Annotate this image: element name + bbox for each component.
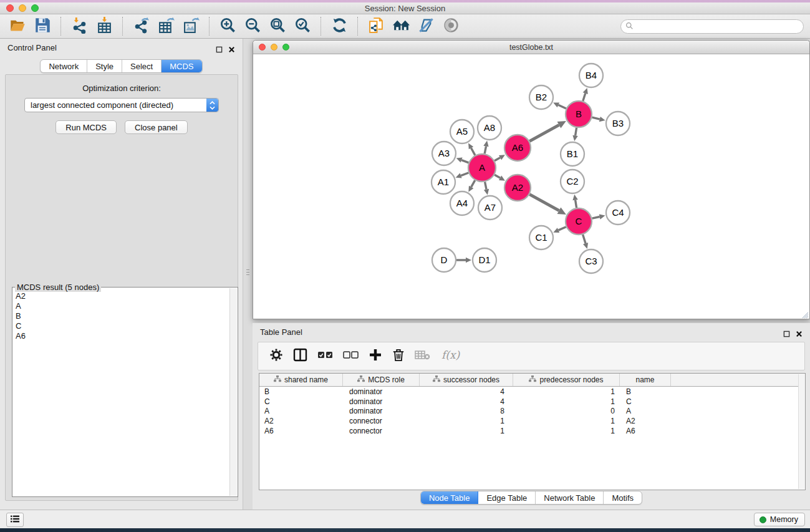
graph-node-D1[interactable]: D1 [473,248,496,272]
plus-icon [369,348,382,364]
run-mcds-button[interactable]: Run MCDS [55,120,117,134]
new-network-from-selection-button[interactable] [364,16,388,37]
network-title: testGlobe.txt [253,43,809,52]
table-settings-button[interactable] [269,348,283,364]
tab-select[interactable]: Select [122,60,162,72]
graph-node-A6[interactable]: A6 [504,135,531,161]
column-header-shared-name[interactable]: shared name [259,374,343,386]
zoom-out-icon [244,17,261,36]
result-item[interactable]: C [16,321,229,331]
graph-node-C3[interactable]: C3 [579,249,603,273]
graph-node-B3[interactable]: B3 [606,112,630,135]
graph-node-B[interactable]: B [566,101,592,127]
mcds-result-list[interactable]: A2ABCA6 [13,288,229,496]
result-item[interactable]: A2 [16,291,229,301]
memory-label: Memory [770,515,798,524]
add-column-button[interactable] [369,348,382,364]
task-history-button[interactable] [6,513,24,527]
table-row[interactable]: Adominator80A [259,407,805,417]
result-scrollbar[interactable] [229,288,237,496]
graph-node-A[interactable]: A [468,154,496,181]
result-item[interactable]: A [16,301,229,311]
svg-text:C2: C2 [566,176,578,186]
graph-node-A1[interactable]: A1 [432,170,455,194]
zoom-fit-icon [269,17,286,36]
close-panel-icon[interactable] [228,44,235,51]
float-panel-icon[interactable] [216,44,223,51]
panel-splitter[interactable] [246,265,250,279]
result-item[interactable]: A6 [16,331,229,341]
graph-node-C4[interactable]: C4 [606,201,630,225]
float-table-panel-icon[interactable] [783,329,790,336]
graph-node-B1[interactable]: B1 [561,142,584,166]
cell-shared-name: C [259,397,343,406]
graph-node-B2[interactable]: B2 [529,85,553,109]
graph-node-B4[interactable]: B4 [579,64,603,87]
zoom-out-button[interactable] [240,16,265,37]
show-details-button[interactable] [438,16,463,37]
network-canvas[interactable]: AA1A2A3A4A5A6A7A8BB1B2B3B4CC1C2C3C4DD1 [254,54,809,318]
close-table-panel-icon[interactable] [796,329,803,336]
resize-grip-icon[interactable] [801,310,809,318]
import-network-button[interactable] [67,16,92,37]
home-button[interactable] [388,16,413,37]
zoom-in-button[interactable] [215,16,240,37]
node-table[interactable]: shared nameMCDS rolesuccessor nodesprede… [259,373,806,490]
tab-mcds[interactable]: MCDS [162,60,201,72]
graph-node-A4[interactable]: A4 [450,191,474,215]
export-image-button[interactable] [178,16,203,37]
deselect-all-rows-button[interactable] [343,348,359,364]
column-header-name[interactable]: name [620,374,671,386]
net-from-sel-icon [368,17,385,36]
graph-node-A2[interactable]: A2 [504,175,531,201]
graph-node-A7[interactable]: A7 [478,196,502,220]
zoom-selected-button[interactable] [290,16,315,37]
import-table-button[interactable] [92,16,117,37]
table-row[interactable]: A6connector11A6 [259,426,805,436]
tab-network-table[interactable]: Network Table [536,491,604,504]
graph-node-C[interactable]: C [566,208,592,235]
column-header-successor-nodes[interactable]: successor nodes [420,374,513,386]
export-table-button[interactable] [153,16,178,37]
toolbar-separator [60,17,61,36]
delete-column-button[interactable] [392,348,405,364]
graph-node-C2[interactable]: C2 [561,170,584,193]
zoom-fit-button[interactable] [265,16,290,37]
table-row[interactable]: A2connector11A2 [259,416,805,426]
select-all-rows-button[interactable] [317,348,333,364]
tab-style[interactable]: Style [87,60,122,72]
hide-labels-button[interactable] [413,16,438,37]
close-panel-button[interactable]: Close panel [125,120,188,134]
refresh-button[interactable] [327,16,352,37]
search-input[interactable] [620,19,804,34]
export-network-button[interactable] [128,16,153,37]
table-row[interactable]: Bdominator41B [259,387,805,397]
optimization-criterion-select[interactable]: largest connected component (directed) [24,98,219,112]
table-panel-title: Table Panel [260,327,783,337]
tab-edge-table[interactable]: Edge Table [478,491,536,504]
show-columns-button[interactable] [293,348,307,364]
graph-node-A8[interactable]: A8 [478,116,501,140]
tab-node-table[interactable]: Node Table [421,491,479,504]
graph-node-A5[interactable]: A5 [450,120,474,143]
table-scrollbar[interactable] [798,374,805,489]
network-window-titlebar[interactable]: testGlobe.txt [253,41,809,54]
svg-text:A8: A8 [484,122,495,133]
graph-node-C1[interactable]: C1 [529,226,553,249]
table-panel: Table Panel f(x) shared nameMCDS rolesuc… [253,323,810,510]
graph-node-A3[interactable]: A3 [432,142,456,165]
save-icon [34,17,51,36]
tab-network[interactable]: Network [41,60,87,72]
open-session-button[interactable] [5,16,30,37]
result-item[interactable]: B [16,311,229,321]
svg-text:D: D [441,254,448,265]
graph-node-D[interactable]: D [432,248,456,272]
table-row[interactable]: Cdominator41C [259,397,805,407]
svg-text:A2: A2 [512,182,523,193]
column-header-predecessor-nodes[interactable]: predecessor nodes [513,374,620,386]
tab-motifs[interactable]: Motifs [604,491,642,504]
memory-button[interactable]: Memory [754,513,805,526]
column-header-MCDS-role[interactable]: MCDS role [343,374,420,386]
save-session-button[interactable] [30,16,55,37]
tree-icon [433,375,440,384]
